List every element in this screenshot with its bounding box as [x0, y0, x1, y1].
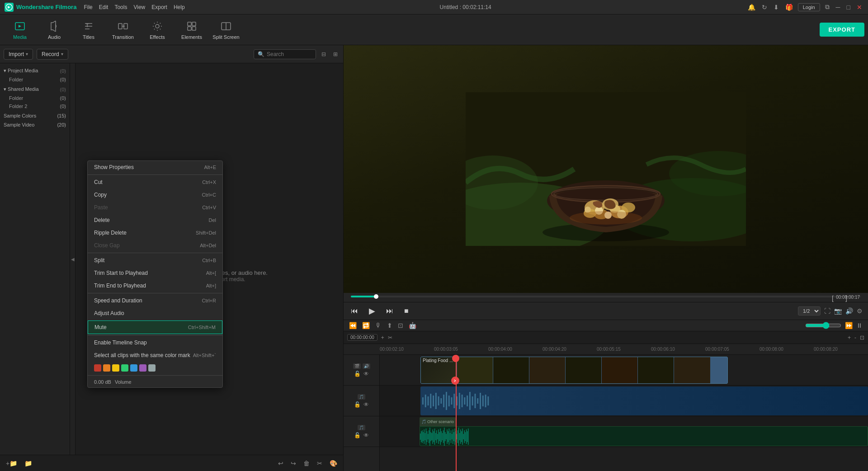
ctx-mute[interactable]: Mute Ctrl+Shift+M	[88, 320, 222, 334]
toolbar-media[interactable]: Media	[4, 16, 36, 43]
add-track-button[interactable]: +	[381, 334, 384, 341]
audio-eye-icon[interactable]: 👁	[363, 401, 369, 408]
color-swatch-gray[interactable]	[148, 364, 156, 372]
download-icon[interactable]: ⬇	[772, 4, 780, 11]
volume-icon[interactable]: 🔊	[845, 307, 853, 315]
toolbar-transition[interactable]: Transition	[107, 16, 139, 43]
color-swatch-green[interactable]	[121, 364, 128, 372]
grid-view-icon[interactable]: ⊞	[331, 51, 340, 57]
track-area[interactable]: ✕ Plating Food ...	[380, 355, 868, 471]
audio2-eye-icon[interactable]: 👁	[363, 432, 369, 438]
audio-clip-attached[interactable]	[420, 386, 868, 415]
prev-frame-button[interactable]: ⏮	[349, 306, 360, 316]
color-swatch-orange[interactable]	[103, 364, 110, 372]
color-swatch-purple[interactable]	[139, 364, 146, 372]
zoom-in-button[interactable]: +	[848, 334, 851, 341]
ctx-select-same-color[interactable]: Select all clips with the same color mar…	[88, 349, 222, 362]
play-pause-button[interactable]: ▶	[367, 305, 377, 317]
menu-export[interactable]: Export	[151, 4, 167, 10]
menu-help[interactable]: Help	[174, 4, 185, 10]
export-button[interactable]: EXPORT	[820, 23, 864, 37]
playhead-bar[interactable]: [ ] 00:00:00:17	[351, 296, 861, 297]
ctx-show-properties[interactable]: Show Properties Alt+E	[88, 161, 222, 174]
menu-view[interactable]: View	[133, 4, 145, 10]
ctx-speed-duration[interactable]: Speed and Duration Ctrl+R	[88, 294, 222, 307]
record-dropdown[interactable]: Record ▾	[37, 49, 68, 60]
ctx-enable-snap[interactable]: Enable Timeline Snap	[88, 336, 222, 349]
import-dropdown[interactable]: Import ▾	[4, 49, 33, 60]
audio2-lock-icon[interactable]: 🔓	[354, 432, 361, 438]
export-frame-icon[interactable]: ⬆	[387, 322, 392, 329]
menu-tools[interactable]: Tools	[114, 4, 127, 10]
toolbar-elements[interactable]: Elements	[175, 16, 208, 43]
bell-icon[interactable]: 🔔	[746, 4, 757, 11]
shared-media-header[interactable]: ▾ Shared Media (0)	[0, 85, 70, 94]
ctx-copy[interactable]: Copy Ctrl+C	[88, 188, 222, 201]
undo-button[interactable]: ↩	[276, 458, 286, 468]
toolbar-splitscreen[interactable]: Split Screen	[210, 16, 242, 43]
redo-button[interactable]: ↪	[288, 458, 298, 468]
panel-collapse-arrow[interactable]: ◀	[70, 63, 75, 455]
minimize-icon[interactable]: ─	[835, 4, 842, 11]
cut-media-button[interactable]: ✂	[315, 458, 325, 468]
ctx-adjust-audio[interactable]: Adjust Audio	[88, 307, 222, 320]
color-swatch-red[interactable]	[94, 364, 101, 372]
ctx-cut[interactable]: Cut Ctrl+X	[88, 176, 222, 188]
next-frame-button[interactable]: ⏭	[384, 306, 395, 316]
add-media-button[interactable]: +📁	[4, 458, 19, 468]
fullscreen-icon[interactable]: ⛶	[824, 307, 830, 315]
pause2-icon[interactable]: ⏸	[856, 322, 863, 329]
ctx-ripple-delete[interactable]: Ripple Delete Shift+Del	[88, 226, 222, 239]
shared-folder-item[interactable]: Folder (0)	[0, 94, 70, 102]
mic-icon[interactable]: 🎙	[375, 322, 382, 329]
pip-icon[interactable]: ⊡	[398, 322, 403, 329]
speed-selector[interactable]: 1/2 1 2	[798, 306, 821, 316]
snapshot-icon[interactable]: 📷	[834, 307, 842, 315]
project-media-header[interactable]: ▾ Project Media (0)	[0, 66, 70, 75]
restore-icon[interactable]: ⧉	[824, 3, 831, 11]
prev-clip-icon[interactable]: ⏪	[349, 322, 357, 329]
stop-button[interactable]: ■	[402, 306, 410, 316]
gift-icon[interactable]: 🎁	[784, 4, 794, 11]
ctx-split[interactable]: Split Ctrl+B	[88, 254, 222, 267]
tree-item-folder[interactable]: Folder (0)	[0, 75, 70, 84]
close-icon[interactable]: ✕	[855, 4, 863, 11]
filter-icon[interactable]: ⊟	[320, 51, 328, 57]
search-input[interactable]	[267, 51, 312, 57]
fit-button[interactable]: ⊡	[860, 334, 864, 341]
menu-edit[interactable]: Edit	[99, 4, 108, 10]
toolbar-audio[interactable]: Audio	[38, 16, 71, 43]
playhead-circle[interactable]	[452, 355, 459, 362]
current-timecode[interactable]: 00:00:00:00	[347, 334, 377, 341]
login-button[interactable]: Login	[798, 3, 820, 11]
volume-slider[interactable]	[805, 322, 841, 329]
color-swatch-yellow[interactable]	[112, 364, 119, 372]
sample-video-item[interactable]: Sample Video (20)	[0, 120, 70, 129]
playhead-marker[interactable]	[452, 355, 459, 362]
toolbar-effects[interactable]: Effects	[141, 16, 174, 43]
new-folder-button[interactable]: 📁	[22, 458, 34, 468]
loop-icon[interactable]: 🔁	[362, 322, 370, 329]
color-mark-button[interactable]: 🎨	[327, 458, 340, 468]
toolbar-titles[interactable]: T Titles	[72, 16, 105, 43]
track1-eye-icon[interactable]: 👁	[363, 371, 369, 377]
ctx-trim-start[interactable]: Trim Start to Playhead Alt+[	[88, 267, 222, 279]
next-clip-icon[interactable]: ⏩	[845, 322, 853, 329]
shared-folder2-item[interactable]: Folder 2 (0)	[0, 102, 70, 110]
expand-icon[interactable]: □	[845, 4, 852, 11]
track1-lock-icon[interactable]: 🔓	[354, 371, 361, 377]
settings-icon[interactable]: ⚙	[857, 307, 863, 315]
delete-media-button[interactable]: 🗑	[301, 458, 312, 468]
ctx-trim-end[interactable]: Trim End to Playhead Alt+]	[88, 279, 222, 292]
refresh-icon[interactable]: ↻	[760, 4, 769, 11]
ai-icon[interactable]: 🤖	[409, 322, 416, 329]
audio-lock-icon[interactable]: 🔓	[354, 401, 361, 408]
audio2-waveform-container[interactable]	[420, 426, 868, 446]
menu-file[interactable]: File	[84, 4, 92, 10]
in-point-marker[interactable]: [	[832, 295, 834, 302]
split-button[interactable]: ✂	[388, 334, 392, 341]
color-swatch-blue[interactable]	[130, 364, 137, 372]
ctx-delete[interactable]: Delete Del	[88, 214, 222, 226]
sample-colors-item[interactable]: Sample Colors (15)	[0, 111, 70, 120]
zoom-out-button[interactable]: -	[854, 334, 856, 341]
